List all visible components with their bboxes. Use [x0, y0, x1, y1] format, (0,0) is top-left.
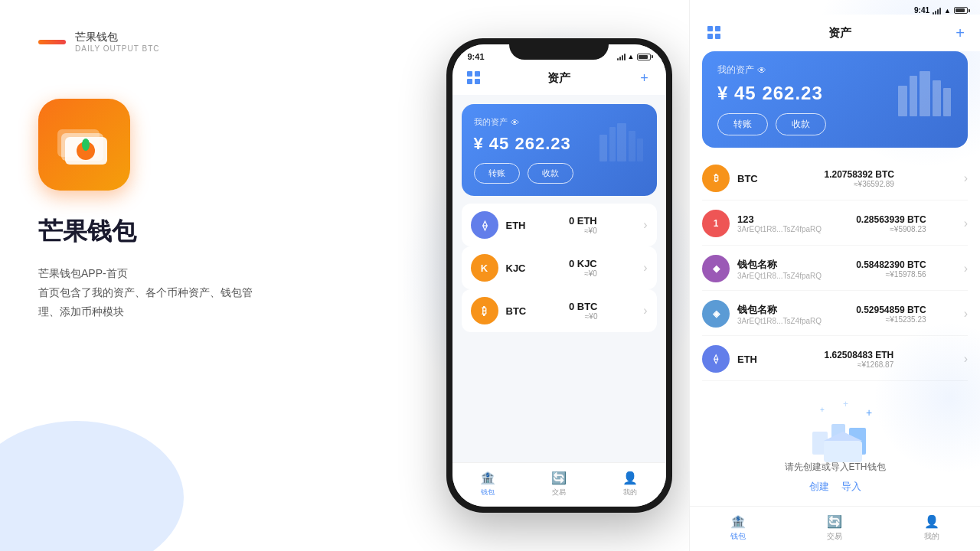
right-coin-logo-1: 1: [702, 210, 730, 237]
right-nav-label-钱包: 钱包: [730, 531, 746, 542]
right-wifi-icon: ▲: [944, 7, 951, 15]
right-coin-cny-4: ≈¥1268.87: [824, 360, 893, 369]
right-coin-amount-4: 1.62508483 ETH: [824, 350, 893, 360]
right-coin-info-2: 钱包名称 3ArEQt1R8...TsZ4fpaRQ: [737, 258, 822, 280]
phone-device: 9:41 ▲: [446, 38, 672, 513]
right-nav-icon-0: 🏦: [730, 513, 746, 530]
right-coin-amount-0: 1.20758392 BTC: [824, 169, 893, 180]
create-wallet-links: 创建 导入: [809, 480, 861, 494]
right-coin-logo-2: ◆: [702, 255, 730, 282]
app-title: 芒果钱包: [38, 215, 390, 249]
phone-screen: 9:41 ▲: [452, 44, 666, 507]
coin-logo-KJC: K: [471, 254, 498, 282]
asset-card: 我的资产 👁 ¥ 45 262.23 转账 收款: [462, 104, 657, 196]
svg-point-4: [82, 139, 90, 151]
svg-rect-5: [599, 135, 607, 161]
coin-left-1: K KJC: [471, 254, 526, 282]
right-add-icon[interactable]: +: [956, 24, 965, 42]
nav-icon-2: 👤: [622, 469, 639, 486]
phone-nav-container: 🏦 钱包 🔄 交易 👤 我的: [452, 469, 666, 497]
right-coin-right-4: 1.62508483 ETH ≈¥1268.87: [824, 350, 893, 369]
coin-name-BTC: BTC: [506, 305, 527, 317]
phone-nav-item-我的[interactable]: 👤 我的: [622, 469, 639, 497]
brand-bar: 芒果钱包 DAILY OUTPUT BTC: [38, 31, 390, 53]
right-grid-icon[interactable]: [705, 24, 724, 42]
right-coin-item-2[interactable]: ◆ 钱包名称 3ArEQt1R8...TsZ4fpaRQ 0.58482390 …: [702, 247, 968, 291]
right-coin-logo-4: ⟠: [702, 345, 730, 373]
right-transfer-button[interactable]: 转账: [717, 113, 768, 135]
right-nav-label-交易: 交易: [827, 531, 842, 542]
phone-header: 资产 +: [452, 66, 666, 95]
coin-item[interactable]: K KJC 0 KJC ≈¥0 ›: [462, 246, 657, 289]
svg-rect-10: [898, 86, 907, 116]
svg-rect-7: [617, 123, 626, 161]
svg-text:+: +: [820, 406, 825, 414]
right-coin-cny-3: ≈¥15235.23: [856, 315, 926, 324]
right-header-title: 资产: [828, 26, 851, 41]
coin-right-0: 0 ETH ≈¥0: [569, 215, 597, 235]
brand-text-block: 芒果钱包 DAILY OUTPUT BTC: [75, 31, 159, 53]
create-wallet-text: 请先创建或导入ETH钱包: [785, 461, 886, 474]
right-nav-container: 🏦 钱包 🔄 交易 👤 我的: [690, 513, 980, 542]
right-coin-item-0[interactable]: ₿ BTC 1.20758392 BTC ≈¥36592.89 ›: [702, 157, 968, 201]
app-desc-line1: 芒果钱包APP-首页: [38, 264, 390, 283]
svg-rect-21: [824, 441, 862, 462]
right-coin-left-2: ◆ 钱包名称 3ArEQt1R8...TsZ4fpaRQ: [702, 255, 822, 282]
coin-amount-ETH: 0 ETH: [569, 215, 597, 227]
coin-item[interactable]: ⟠ ETH 0 ETH ≈¥0 ›: [462, 204, 657, 246]
right-coin-right-2: 0.58482390 BTC ≈¥15978.56: [856, 259, 926, 279]
phone-nav-item-交易[interactable]: 🔄 交易: [550, 469, 567, 497]
left-panel: 芒果钱包 DAILY OUTPUT BTC 芒果钱包 芒果钱包APP-首页 首页…: [0, 0, 429, 551]
phone-nav-item-钱包[interactable]: 🏦 钱包: [479, 469, 496, 497]
chevron-icon-KJC: ›: [643, 261, 647, 275]
svg-rect-13: [933, 80, 941, 116]
svg-text:+: +: [866, 406, 872, 419]
add-icon[interactable]: +: [635, 69, 654, 87]
right-status-time: 9:41: [914, 6, 929, 15]
coin-cny-ETH: ≈¥0: [569, 227, 597, 235]
right-coin-item-1[interactable]: 1 123 3ArEQt1R8...TsZ4fpaRQ 0.28563939 B…: [702, 202, 968, 246]
right-coin-left-0: ₿ BTC: [702, 165, 758, 192]
right-eye-icon[interactable]: 👁: [757, 65, 766, 76]
right-coin-logo-3: ◈: [702, 300, 730, 328]
status-icons: ▲: [617, 53, 651, 60]
right-coin-name-2: 钱包名称: [737, 258, 822, 272]
nav-label-交易: 交易: [552, 487, 566, 497]
right-coin-left-1: 1 123 3ArEQt1R8...TsZ4fpaRQ: [702, 210, 822, 237]
transfer-button[interactable]: 转账: [474, 163, 520, 184]
right-coin-amount-1: 0.28563939 BTC: [856, 214, 926, 225]
right-chevron-icon-1: ›: [964, 217, 968, 230]
right-nav-item-交易[interactable]: 🔄 交易: [826, 513, 843, 542]
brand-name: 芒果钱包: [75, 31, 159, 44]
grid-icon-inner: [467, 71, 481, 85]
right-coin-right-3: 0.52954859 BTC ≈¥15235.23: [856, 305, 926, 324]
status-time: 9:41: [468, 52, 485, 61]
receive-button[interactable]: 收款: [528, 163, 573, 184]
right-battery-fill: [956, 8, 965, 12]
grid-icon[interactable]: [465, 69, 483, 87]
right-coin-cny-1: ≈¥5908.23: [856, 225, 926, 233]
eye-icon[interactable]: 👁: [511, 118, 519, 127]
svg-rect-6: [609, 127, 616, 161]
right-coin-amount-3: 0.52954859 BTC: [856, 305, 926, 315]
brand-sub: DAILY OUTPUT BTC: [75, 44, 159, 53]
right-nav-item-我的[interactable]: 👤 我的: [923, 513, 940, 542]
right-coin-item-4[interactable]: ⟠ ETH 1.62508483 ETH ≈¥1268.87 ›: [702, 337, 968, 381]
right-coin-name-0: BTC: [737, 173, 758, 184]
svg-rect-11: [910, 76, 917, 116]
brand-accent: [38, 40, 66, 44]
create-link[interactable]: 创建: [809, 480, 829, 494]
asset-actions: 转账 收款: [474, 163, 645, 184]
right-signal-icon: [933, 7, 941, 15]
coin-item[interactable]: ₿ BTC 0 BTC ≈¥0 ›: [462, 289, 657, 332]
right-coin-amount-2: 0.58482390 BTC: [856, 259, 926, 270]
import-link[interactable]: 导入: [841, 480, 861, 494]
right-coin-cny-2: ≈¥15978.56: [856, 270, 926, 279]
right-chevron-icon-2: ›: [964, 262, 968, 276]
app-icon: [38, 99, 130, 191]
signal-icon: [617, 53, 626, 60]
right-receive-button[interactable]: 收款: [776, 113, 826, 135]
right-nav-item-钱包[interactable]: 🏦 钱包: [730, 513, 746, 542]
right-coin-item-3[interactable]: ◈ 钱包名称 3ArEQt1R8...TsZ4fpaRQ 0.52954859 …: [702, 292, 968, 336]
city-bg: [596, 112, 649, 165]
